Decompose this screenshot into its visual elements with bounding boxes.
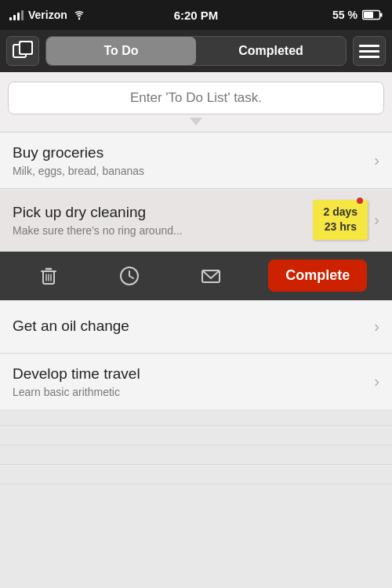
status-bar: Verizon 6:20 PM 55 % [0,0,392,30]
action-bar: Complete [0,252,392,300]
item-content: Get an oil change [13,317,368,336]
nav-tabs: To Do Completed [45,36,347,66]
battery-icon [362,9,383,20]
completed-tab[interactable]: Completed [196,37,346,65]
delete-button[interactable] [25,259,72,293]
status-right: 55 % [332,9,383,21]
sticky-line2: 23 hrs [321,220,360,235]
signal-bars [9,9,24,20]
mail-icon [200,265,222,287]
layout-button[interactable] [6,36,39,66]
nav-bar: To Do Completed [0,30,392,72]
email-button[interactable] [187,259,234,293]
task-input[interactable] [8,82,384,114]
todo-tab[interactable]: To Do [46,37,196,65]
caret-indicator [190,118,202,125]
item-title: Develop time travel [13,365,368,384]
sticky-note: 2 days 23 hrs [313,200,368,240]
svg-line-15 [129,276,133,278]
item-content: Buy groceries Milk, eggs, bread, bananas [13,143,368,177]
wifi-icon [72,9,86,20]
svg-rect-5 [20,42,32,54]
item-subtitle: Learn basic arithmetic [13,386,368,398]
item-title: Pick up dry cleaning [13,203,305,223]
item-content: Develop time travel Learn basic arithmet… [13,365,368,398]
item-subtitle: Milk, eggs, bread, bananas [13,165,368,177]
hamburger-icon [359,56,379,58]
list-item[interactable]: Buy groceries Milk, eggs, bread, bananas… [0,132,392,189]
chevron-icon: › [374,151,379,169]
item-content: Pick up dry cleaning Make sure there's n… [13,203,305,237]
sticky-line1: 2 days [321,205,360,220]
search-area [0,72,392,132]
status-left: Verizon [9,9,86,21]
list-item[interactable]: Develop time travel Learn basic arithmet… [0,354,392,409]
empty-area [0,409,392,503]
item-title: Get an oil change [13,317,368,336]
item-subtitle: Make sure there's no ring around... [13,224,305,237]
item-title: Buy groceries [13,143,368,163]
layout-icon [13,41,33,61]
chevron-icon: › [374,211,379,229]
menu-button[interactable] [353,36,386,66]
hamburger-icon [359,50,379,53]
list-item[interactable]: Pick up dry cleaning Make sure there's n… [0,189,392,252]
chevron-icon: › [374,318,379,336]
chevron-icon: › [374,372,379,390]
hamburger-icon [359,45,379,47]
time-display: 6:20 PM [174,9,219,22]
clock-icon [118,265,140,287]
carrier-label: Verizon [28,9,67,21]
list-item[interactable]: Get an oil change › [0,300,392,354]
sticky-pin [357,198,363,204]
svg-rect-3 [364,12,373,18]
clock-button[interactable] [106,259,153,293]
svg-point-0 [78,18,80,20]
trash-icon [38,265,60,287]
complete-button[interactable]: Complete [268,260,367,292]
svg-rect-2 [380,13,383,17]
battery-label: 55 % [332,9,358,21]
task-list: Buy groceries Milk, eggs, bread, bananas… [0,132,392,409]
